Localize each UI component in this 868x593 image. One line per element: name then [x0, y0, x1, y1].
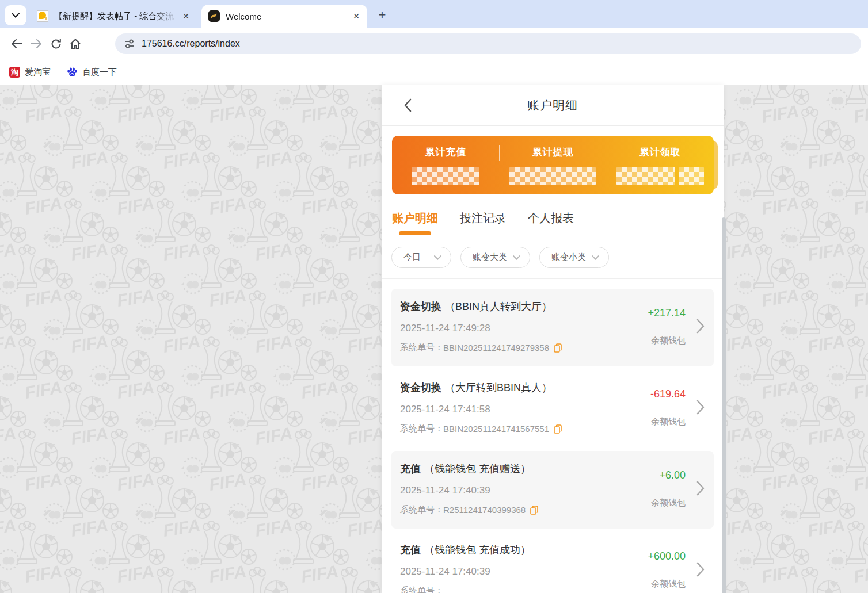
bookmark-taobao[interactable]: 淘 爱淘宝	[9, 67, 51, 78]
chevron-right-icon	[696, 319, 705, 334]
record-type: 充值	[400, 543, 421, 557]
record-type: 资金切换	[400, 381, 441, 395]
masked-value	[412, 167, 479, 185]
stat-label: 累计领取	[639, 146, 681, 159]
new-tab-button[interactable]: +	[373, 6, 391, 24]
page-content: FIFA	[0, 85, 868, 593]
home-icon	[69, 38, 82, 50]
record-subtitle: （钱能钱包 充值赠送）	[424, 462, 531, 476]
filter-date[interactable]: 今日	[391, 247, 451, 268]
record-amount: +600.00	[648, 550, 686, 563]
order-label: 系统单号：	[400, 504, 443, 515]
tab-title: Welcome	[226, 12, 349, 21]
filter-row: 今日 账变大类 账变小类	[382, 235, 724, 278]
forward-button[interactable]	[26, 34, 46, 53]
report-tabs: 账户明细 投注记录 个人报表	[382, 194, 724, 235]
forward-arrow-icon	[30, 38, 43, 49]
transaction-list: 资金切换 （BBIN真人转到大厅） 2025-11-24 17:49:28 系统…	[382, 279, 724, 593]
filter-label: 账变小类	[551, 252, 586, 263]
bookmarks-bar: 淘 爱淘宝 百度一下	[0, 60, 868, 85]
tab-welcome[interactable]: Welcome ✕	[201, 5, 367, 28]
order-label: 系统单号：	[400, 423, 443, 434]
transaction-record[interactable]: 资金切换 （BBIN真人转到大厅） 2025-11-24 17:49:28 系统…	[391, 289, 714, 366]
record-wallet: 余额钱包	[648, 335, 686, 346]
home-button[interactable]	[66, 34, 85, 53]
total-deposit: 累计充值	[392, 136, 499, 194]
chevron-down-icon	[513, 255, 520, 260]
record-wallet: 余额钱包	[651, 498, 686, 508]
bookmark-baidu[interactable]: 百度一下	[67, 67, 117, 78]
order-number: BBIN202511241741567551	[443, 424, 549, 434]
chevron-right-icon	[696, 481, 705, 496]
scrollbar[interactable]	[722, 217, 726, 593]
baidu-paw-icon	[67, 67, 78, 78]
record-type: 充值	[400, 462, 421, 476]
reload-button[interactable]	[46, 34, 66, 53]
record-amount: +6.00	[651, 469, 686, 481]
filter-label: 账变大类	[473, 252, 507, 263]
masked-value	[616, 167, 675, 185]
back-arrow-icon	[10, 38, 23, 49]
tab-search-button[interactable]	[5, 5, 26, 25]
copy-icon[interactable]	[554, 343, 562, 353]
masked-value	[509, 167, 596, 185]
copy-icon[interactable]	[530, 506, 538, 515]
total-withdraw: 累计提现	[499, 136, 606, 194]
chevron-right-icon	[696, 562, 705, 577]
stat-label: 累计提现	[532, 146, 573, 159]
tab-strip: 【新提醒】发表帖子 - 综合交流 ✕ Welcome ✕ +	[0, 0, 868, 28]
record-wallet: 余额钱包	[648, 579, 686, 590]
record-time: 2025-11-24 17:40:39	[400, 485, 673, 496]
tab-bet-records[interactable]: 投注记录	[460, 211, 506, 235]
order-number: BBIN202511241749279358	[443, 343, 549, 353]
order-label: 系统单号：	[400, 586, 443, 593]
panel-header: 账户明细	[382, 85, 724, 126]
record-subtitle: （BBIN真人转到大厅）	[445, 300, 552, 313]
transaction-record[interactable]: 资金切换 （大厅转到BBIN真人） 2025-11-24 17:41:58 系统…	[391, 370, 714, 447]
filter-major-type[interactable]: 账变大类	[460, 247, 530, 268]
filter-minor-type[interactable]: 账变小类	[539, 247, 609, 268]
totals-card-stack: 累计充值 累计提现 累计领取	[392, 136, 714, 194]
bookmark-label: 百度一下	[82, 67, 117, 78]
record-time: 2025-11-24 17:49:28	[400, 323, 673, 334]
close-tab-icon[interactable]: ✕	[349, 9, 364, 24]
forum-favicon	[37, 10, 48, 22]
tab-personal-report[interactable]: 个人报表	[528, 211, 574, 235]
browser-toolbar: 175616.cc/reports/index	[0, 28, 868, 60]
record-amount: +217.14	[648, 307, 686, 319]
welcome-favicon	[208, 10, 220, 22]
record-time: 2025-11-24 17:40:39	[400, 566, 673, 577]
totals-card: 累计充值 累计提现 累计领取	[392, 136, 714, 194]
transaction-record[interactable]: 充值 （钱能钱包 充值成功） 2025-11-24 17:40:39 系统单号：…	[391, 532, 714, 593]
back-button[interactable]	[398, 95, 417, 115]
tab-account-detail[interactable]: 账户明细	[392, 211, 438, 235]
stat-label: 累计充值	[425, 146, 466, 159]
gold-dragon-icon	[210, 13, 218, 20]
record-subtitle: （钱能钱包 充值成功）	[424, 543, 531, 557]
record-time: 2025-11-24 17:41:58	[400, 404, 673, 415]
record-type: 资金切换	[400, 300, 441, 313]
url-bar[interactable]: 175616.cc/reports/index	[115, 33, 861, 54]
site-settings-icon	[124, 39, 135, 48]
browser-window: 【新提醒】发表帖子 - 综合交流 ✕ Welcome ✕ +	[0, 0, 868, 593]
back-button[interactable]	[7, 34, 26, 53]
chevron-left-icon	[403, 98, 412, 112]
copy-icon[interactable]	[554, 424, 562, 434]
tab-forum[interactable]: 【新提醒】发表帖子 - 综合交流 ✕	[30, 5, 197, 28]
chevron-down-icon	[592, 255, 599, 260]
close-tab-icon[interactable]: ✕	[178, 9, 193, 24]
filter-label: 今日	[403, 252, 421, 263]
tab-title: 【新提醒】发表帖子 - 综合交流	[54, 11, 178, 22]
order-label: 系统单号：	[400, 342, 443, 353]
transaction-record[interactable]: 充值 （钱能钱包 充值赠送） 2025-11-24 17:40:39 系统单号：…	[391, 451, 714, 529]
masked-value	[679, 167, 704, 185]
bookmark-label: 爱淘宝	[25, 67, 51, 78]
page-title: 账户明细	[527, 97, 578, 113]
chevron-down-icon	[12, 13, 20, 18]
total-claimed: 累计领取	[607, 136, 714, 194]
order-number: R2511241740399368	[443, 505, 526, 515]
account-detail-panel: 账户明细 累计充值 累计提现 累计领取	[382, 85, 724, 593]
reload-icon	[50, 38, 62, 50]
url-text[interactable]: 175616.cc/reports/index	[142, 39, 240, 49]
record-subtitle: （大厅转到BBIN真人）	[445, 381, 552, 395]
